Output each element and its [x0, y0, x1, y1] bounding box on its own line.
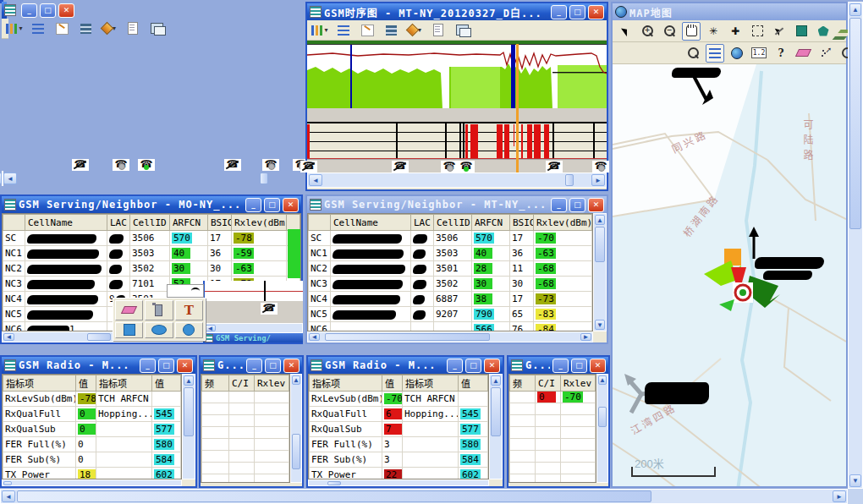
close-button[interactable]: ✕	[58, 3, 74, 18]
scroll-thumb[interactable]	[325, 333, 490, 341]
scroll-up-button[interactable]: ▲	[184, 375, 194, 386]
minimize-button[interactable]: _	[552, 359, 569, 373]
scroll-up-button[interactable]: ▲	[598, 375, 607, 385]
table-row[interactable]: FER Sub(%)3584	[310, 452, 488, 468]
no-select-tool[interactable]	[770, 22, 789, 41]
table-row[interactable]: FER Full(%)0580	[3, 437, 181, 452]
scroll-right-button[interactable]: ►	[580, 333, 591, 341]
series-button[interactable]	[382, 21, 400, 40]
zoom-out-tool[interactable]: −	[660, 22, 679, 41]
vertical-scrollbar[interactable]: ▲	[596, 374, 608, 483]
scroll-thumb[interactable]	[849, 18, 861, 229]
scrollbar-fragment[interactable]: ◄	[203, 323, 303, 333]
scroll-thumb[interactable]	[598, 407, 607, 427]
scroll-thumb[interactable]	[260, 173, 268, 184]
highlight-button[interactable]: ▾	[100, 19, 118, 38]
table-row[interactable]: TX Power22602	[310, 468, 488, 480]
report-button[interactable]	[429, 21, 448, 40]
horizontal-scrollbar[interactable]: ◄ ►	[307, 173, 607, 188]
chart-type-button[interactable]: ▾	[311, 21, 329, 40]
maximize-button[interactable]: □	[465, 359, 481, 373]
minimize-button[interactable]: _	[551, 5, 567, 19]
close-button[interactable]: ✕	[484, 359, 500, 373]
table-row[interactable]: NC235012811-68	[309, 261, 592, 277]
scroll-thumb[interactable]	[595, 227, 605, 262]
table-row[interactable]: NC335023030-68	[309, 277, 592, 292]
minimize-button[interactable]: _	[246, 359, 262, 373]
table-row[interactable]	[202, 403, 289, 415]
table-row[interactable]: RxLevSub(dBm)-78TCH ARFCN	[3, 392, 181, 407]
legend-panel-tool[interactable]	[706, 44, 724, 63]
event-chart[interactable]	[307, 122, 607, 160]
scroll-thumb[interactable]	[87, 333, 111, 341]
table-row[interactable]: NC468873817-73	[309, 292, 592, 307]
maximize-button[interactable]: □	[571, 359, 587, 373]
close-button[interactable]: ✕	[283, 359, 300, 373]
table-row[interactable]: FER Full(%)3580	[310, 437, 488, 452]
titlebar[interactable]: GSM Serving/Neighbor - MO-NY_... _ □ ✕	[2, 196, 301, 213]
series-button[interactable]	[76, 19, 95, 38]
spray-tool-button[interactable]	[145, 300, 173, 320]
maximize-button[interactable]: □	[265, 359, 281, 373]
close-button[interactable]: ✕	[588, 5, 604, 19]
vertical-scrollbar[interactable]: ▲	[489, 374, 503, 479]
table-row[interactable]: RxQualFull6Hopping...545	[310, 407, 488, 422]
minimize-button[interactable]: _	[140, 359, 156, 373]
titlebar[interactable]: G... _ □ ✕	[201, 357, 302, 374]
pointer-tool[interactable]	[616, 22, 635, 41]
scroll-left-button[interactable]	[3, 481, 12, 485]
scroll-left-button[interactable]: ◄	[309, 333, 320, 341]
find-tool[interactable]	[684, 44, 702, 63]
table-row[interactable]: SC350657017-78	[3, 231, 300, 246]
table-row[interactable]: NC135034036-63	[309, 246, 592, 261]
scroll-right-button[interactable]: ►	[0, 173, 2, 184]
horizontal-scrollbar[interactable]: ◄ ►	[307, 331, 593, 342]
table-row[interactable]: RxLevSub(dBm)-70TCH ARFCN	[310, 392, 488, 407]
minimize-button[interactable]: _	[245, 198, 261, 212]
scroll-thumb[interactable]	[565, 174, 574, 186]
help-tool[interactable]: ?	[772, 44, 790, 63]
legend-button[interactable]	[334, 21, 353, 40]
minimize-button[interactable]: _	[21, 3, 37, 18]
ellipse-tool-button[interactable]	[145, 322, 173, 339]
scroll-right-button[interactable]: ►	[591, 174, 605, 186]
table-row[interactable]: RxQualFull0Hopping...545	[3, 407, 181, 422]
table-row[interactable]	[510, 463, 596, 474]
zoom-in-tool[interactable]: +	[638, 22, 657, 41]
table-row[interactable]: NC235023030-63	[3, 261, 300, 277]
titlebar[interactable]: GSM Serving/Neighbor - MT-NY_... _ □ ✕	[307, 196, 607, 213]
scroll-up-button[interactable]: ▲	[491, 375, 501, 386]
covered-titlebar[interactable]: GSM Serving/	[203, 333, 303, 342]
close-button[interactable]: ✕	[590, 359, 606, 373]
maximize-button[interactable]: □	[40, 3, 56, 18]
table-row[interactable]	[202, 451, 289, 463]
table-row[interactable]	[510, 451, 596, 463]
horizontal-scrollbar[interactable]	[2, 479, 182, 486]
table-row[interactable]	[202, 474, 289, 484]
map-canvas[interactable]: 同兴路 可陆路 桥湖南路 江湾四路 200米	[613, 64, 846, 486]
edit-button[interactable]	[358, 21, 377, 40]
globe-tool[interactable]	[728, 44, 746, 63]
scroll-left-button[interactable]: ◄	[2, 490, 15, 502]
close-button[interactable]: ✕	[177, 359, 193, 373]
circle-tool-button[interactable]	[175, 322, 203, 339]
table-row[interactable]	[510, 474, 596, 484]
close-button[interactable]: ✕	[283, 198, 299, 212]
scroll-left-button[interactable]: ◄	[3, 173, 17, 184]
draw-polygon-tool[interactable]	[814, 22, 833, 41]
table-row[interactable]: SC350657017-70	[309, 231, 592, 246]
legend-button[interactable]	[29, 19, 47, 38]
maximize-button[interactable]: □	[569, 5, 585, 19]
table-row[interactable]: RxQualSub0577	[3, 422, 181, 437]
table-row[interactable]	[202, 415, 289, 427]
rxlev-chart[interactable]	[307, 44, 607, 109]
table-row[interactable]: RxQualSub7577	[310, 422, 488, 437]
scroll-thumb[interactable]	[491, 387, 501, 436]
vertical-scrollbar[interactable]: ▲	[290, 374, 302, 483]
close-button[interactable]: ✕	[588, 198, 604, 212]
scroll-thumb[interactable]	[17, 490, 651, 502]
table-row[interactable]	[510, 415, 596, 427]
titlebar[interactable]: GSM Radio - M... _ □ ✕	[2, 357, 195, 374]
pan-tool[interactable]	[682, 22, 701, 41]
horizontal-scrollbar[interactable]	[308, 479, 489, 486]
